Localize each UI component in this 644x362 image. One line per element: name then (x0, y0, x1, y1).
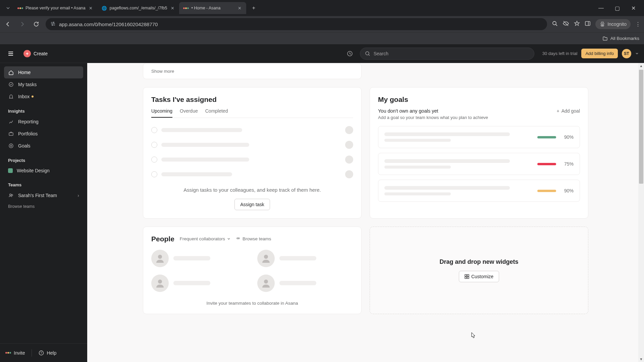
person-placeholder (257, 250, 353, 267)
widget-drop-zone[interactable]: Drag and drop new widgets Customize (370, 227, 588, 314)
svg-point-19 (238, 238, 239, 239)
divider (32, 349, 32, 357)
svg-point-5 (553, 21, 556, 25)
reload-button[interactable] (32, 19, 41, 29)
asana-favicon-icon (183, 5, 189, 11)
menu-toggle[interactable] (5, 48, 16, 59)
sidebar-section-projects: Projects (0, 152, 87, 165)
sidebar-item-my-tasks[interactable]: My tasks (4, 78, 83, 90)
sidebar-item-label: Sarah's First Team (18, 193, 57, 198)
close-icon[interactable]: ✕ (170, 5, 175, 11)
assign-task-button[interactable]: Assign task (234, 199, 270, 210)
close-icon[interactable]: ✕ (88, 5, 94, 11)
show-more-link[interactable]: Show more (151, 69, 174, 74)
incognito-badge[interactable]: Incognito (595, 19, 631, 29)
scroll-down-icon[interactable]: ▼ (638, 356, 644, 362)
sidebar-item-goals[interactable]: Goals (4, 140, 83, 152)
maximize-icon[interactable]: ▢ (613, 5, 621, 11)
eye-off-icon[interactable] (562, 20, 569, 28)
tab-completed[interactable]: Completed (205, 108, 228, 118)
history-button[interactable] (344, 48, 356, 60)
browser-toolbar: app.asana.com/0/home/1206160204288770 In… (0, 16, 644, 32)
incognito-label: Incognito (607, 21, 627, 27)
goal-skeleton: 90% (378, 180, 580, 202)
tab-search-dropdown[interactable] (3, 3, 13, 13)
browse-teams-link[interactable]: Browse teams (236, 236, 271, 241)
back-button[interactable] (3, 19, 13, 29)
add-goal-button[interactable]: + Add goal (557, 108, 580, 114)
search-input[interactable]: Search (360, 48, 534, 60)
all-bookmarks-label: All Bookmarks (610, 36, 639, 41)
bookmark-star-icon[interactable] (574, 20, 580, 28)
help-icon: ? (39, 350, 44, 356)
svg-point-9 (366, 52, 369, 55)
create-button[interactable]: + Create (20, 48, 51, 59)
scrollbar-thumb[interactable] (639, 70, 643, 184)
folder-icon (602, 36, 608, 41)
sidebar-project-website-design[interactable]: Website Design (4, 165, 83, 176)
goal-skeleton: 75% (378, 153, 580, 175)
person-placeholder (257, 275, 353, 292)
sidebar-item-inbox[interactable]: Inbox (4, 90, 83, 103)
svg-point-22 (158, 280, 162, 284)
help-button[interactable]: ? Help (39, 350, 56, 356)
new-tab-button[interactable]: + (248, 3, 259, 13)
sidebar-section-teams: Teams (0, 176, 87, 189)
minimize-icon[interactable]: — (597, 5, 605, 11)
goals-empty-title: You don't own any goals yet (378, 108, 488, 114)
sidebar-item-portfolios[interactable]: Portfolios (4, 128, 83, 140)
browser-tab-0[interactable]: Please verify your email • Asana ✕ (13, 2, 98, 14)
task-skeleton-row (151, 123, 353, 137)
site-settings-icon[interactable] (50, 21, 56, 27)
task-skeleton-row (151, 167, 353, 182)
goal-percent: 90% (561, 134, 574, 140)
incognito-icon (599, 21, 605, 27)
browser-tab-2[interactable]: • Home - Asana ✕ (179, 2, 246, 14)
side-panel-icon[interactable] (585, 20, 591, 28)
sidebar-item-home[interactable]: Home (4, 66, 83, 78)
customize-button[interactable]: Customize (459, 271, 499, 282)
bell-icon (8, 94, 14, 100)
all-bookmarks-button[interactable]: All Bookmarks (602, 36, 639, 41)
my-goals-card: My goals You don't own any goals yet Add… (370, 87, 588, 219)
progress-bar (537, 136, 556, 138)
menu-icon[interactable]: ⋮ (635, 21, 641, 27)
app-header: + Create Search 30 days left in trial Ad… (0, 44, 644, 63)
browser-tab-1[interactable]: 🌐 pageflows.com/_/emails/_/7fb5 ✕ (98, 2, 179, 14)
show-more-card: Show more (143, 63, 362, 79)
person-placeholder (151, 275, 247, 292)
browse-teams-link[interactable]: Browse teams (0, 201, 87, 212)
sidebar-item-label: Reporting (18, 119, 39, 124)
svg-rect-2 (53, 25, 55, 25)
collaborators-dropdown[interactable]: Frequent collaborators (180, 236, 230, 241)
card-title: Tasks I've assigned (151, 96, 353, 104)
briefcase-icon (8, 131, 14, 137)
scrollbar[interactable]: ▲ ▼ (638, 63, 644, 362)
help-label: Help (47, 350, 56, 356)
add-goal-label: Add goal (561, 108, 580, 114)
close-window-icon[interactable]: ✕ (629, 5, 637, 11)
sidebar-team[interactable]: Sarah's First Team › (4, 189, 83, 201)
globe-favicon-icon: 🌐 (102, 5, 107, 11)
spacer (370, 63, 588, 79)
svg-rect-1 (51, 23, 55, 24)
close-icon[interactable]: ✕ (237, 5, 242, 11)
invite-button[interactable]: Invite (5, 350, 25, 356)
avatar-placeholder-icon (257, 275, 275, 292)
tab-upcoming[interactable]: Upcoming (151, 108, 172, 118)
svg-point-10 (9, 82, 13, 86)
svg-rect-11 (9, 133, 13, 135)
browse-teams-label: Browse teams (243, 236, 271, 241)
forward-button[interactable] (17, 19, 27, 29)
address-bar[interactable]: app.asana.com/0/home/1206160204288770 (46, 18, 547, 30)
tab-overdue[interactable]: Overdue (180, 108, 198, 118)
chevron-down-icon[interactable] (635, 51, 639, 57)
sidebar-item-reporting[interactable]: Reporting (4, 116, 83, 128)
zoom-icon[interactable] (552, 20, 558, 28)
scroll-up-icon[interactable]: ▲ (638, 63, 644, 69)
notification-dot-icon (32, 96, 34, 98)
add-billing-button[interactable]: Add billing info (581, 49, 618, 58)
avatar[interactable]: ST (622, 49, 631, 58)
plus-circle-icon: + (23, 50, 31, 57)
goals-empty-subtitle: Add a goal so your team knows what you p… (378, 115, 488, 120)
